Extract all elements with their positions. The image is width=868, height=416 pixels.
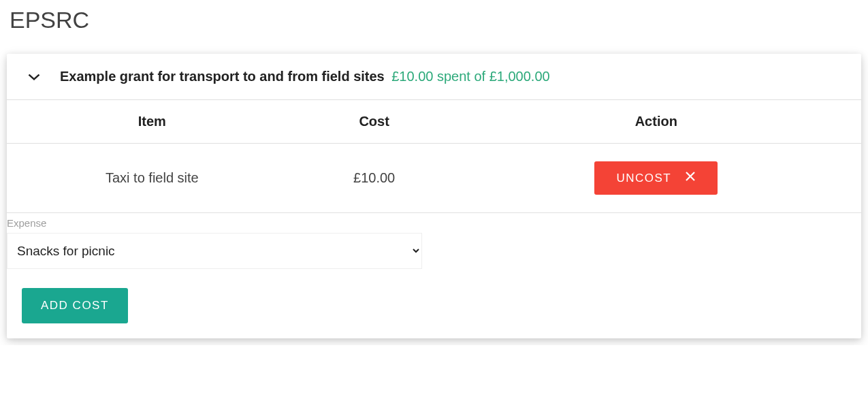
chevron-down-icon (27, 70, 41, 84)
uncost-button-label: UNCOST (616, 172, 671, 185)
add-cost-form: Expense Snacks for picnic ADD COST (7, 213, 861, 338)
grant-name: Example grant for transport to and from … (60, 69, 385, 84)
cell-action: UNCOST (451, 144, 861, 213)
costs-table: Item Cost Action Taxi to field site £10.… (7, 99, 861, 213)
expense-select[interactable]: Snacks for picnic (7, 233, 422, 269)
grant-header[interactable]: Example grant for transport to and from … (7, 54, 861, 99)
grant-title-wrapper: Example grant for transport to and from … (60, 69, 550, 84)
close-icon (685, 171, 696, 185)
page-title: EPSRC (10, 7, 861, 33)
column-header-cost: Cost (298, 100, 451, 144)
table-row: Taxi to field site £10.00 UNCOST (7, 144, 861, 213)
uncost-button[interactable]: UNCOST (594, 161, 718, 195)
column-header-action: Action (451, 100, 861, 144)
grant-spent-summary: £10.00 spent of £1,000.00 (391, 69, 549, 84)
cell-item: Taxi to field site (7, 144, 298, 213)
expense-field-label: Expense (7, 213, 861, 229)
cell-cost: £10.00 (298, 144, 451, 213)
grant-card: Example grant for transport to and from … (7, 54, 861, 338)
add-cost-button[interactable]: ADD COST (22, 288, 128, 323)
column-header-item: Item (7, 100, 298, 144)
